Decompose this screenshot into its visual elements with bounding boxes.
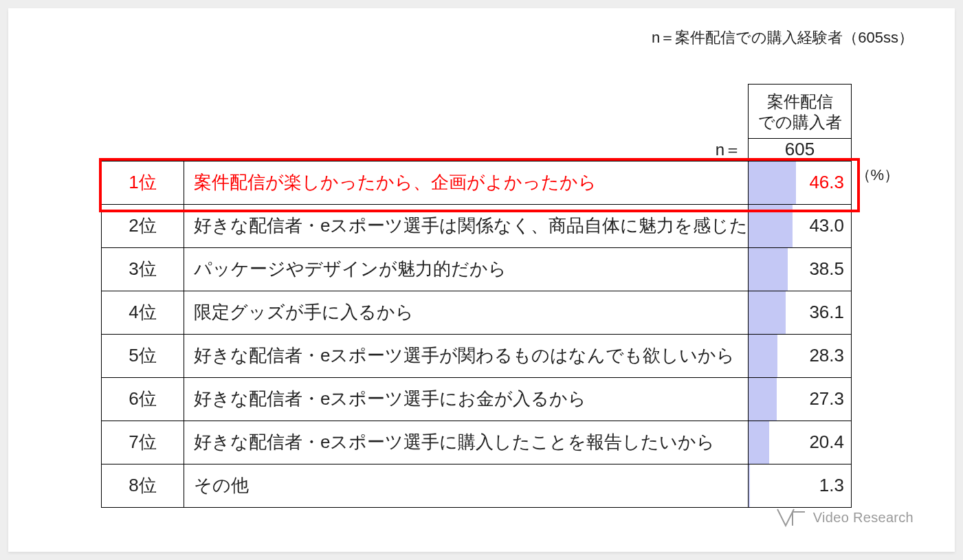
value-bar xyxy=(749,205,793,247)
value-cell: 28.3 xyxy=(749,334,852,377)
table-row: 1位案件配信が楽しかったから、企画がよかったから46.3 xyxy=(102,161,852,204)
rank-cell: 3位 xyxy=(102,247,184,291)
table-row: 2位好きな配信者・eスポーツ選手は関係なく、商品自体に魅力を感じたから43.0 xyxy=(102,204,852,247)
value-cell: 36.1 xyxy=(749,291,852,334)
value-bar xyxy=(749,248,788,291)
table-row: 8位その他1.3 xyxy=(102,464,852,507)
value-cell: 1.3 xyxy=(749,464,852,507)
value-text: 1.3 xyxy=(819,475,844,495)
table-row: 7位好きな配信者・eスポーツ選手に購入したことを報告したいから20.4 xyxy=(102,421,852,464)
rank-cell: 7位 xyxy=(102,421,184,464)
rank-cell: 6位 xyxy=(102,377,184,421)
ranking-table-wrap: 案件配信 での購入者 n＝ 605 1位案件配信が楽しかったから、企画がよかった… xyxy=(101,84,852,508)
value-text: 28.3 xyxy=(809,345,844,366)
value-text: 20.4 xyxy=(809,432,844,452)
rank-cell: 2位 xyxy=(102,204,184,247)
value-cell: 27.3 xyxy=(749,377,852,421)
rank-cell: 1位 xyxy=(102,161,184,204)
table-row: 3位パッケージやデザインが魅力的だから38.5 xyxy=(102,247,852,291)
value-bar xyxy=(749,291,786,334)
table-row: 6位好きな配信者・eスポーツ選手にお金が入るから27.3 xyxy=(102,377,852,421)
reason-cell: 好きな配信者・eスポーツ選手は関係なく、商品自体に魅力を感じたから xyxy=(184,204,749,247)
logo: Video Research xyxy=(776,508,914,527)
value-bar xyxy=(749,378,777,421)
value-cell: 38.5 xyxy=(749,247,852,291)
value-cell: 46.3 xyxy=(749,161,852,204)
logo-text: Video Research xyxy=(813,510,914,526)
value-bar xyxy=(749,335,777,377)
n-value: 605 xyxy=(749,139,852,161)
ranking-table: 案件配信 での購入者 n＝ 605 1位案件配信が楽しかったから、企画がよかった… xyxy=(101,84,852,508)
unit-label: （%） xyxy=(856,165,900,186)
value-cell: 43.0 xyxy=(749,204,852,247)
reason-cell: 限定グッズが手に入るから xyxy=(184,291,749,334)
reason-cell: その他 xyxy=(184,464,749,507)
value-bar xyxy=(749,161,796,204)
reason-cell: パッケージやデザインが魅力的だから xyxy=(184,247,749,291)
reason-cell: 好きな配信者・eスポーツ選手が関わるものはなんでも欲しいから xyxy=(184,334,749,377)
table-row: 5位好きな配信者・eスポーツ選手が関わるものはなんでも欲しいから28.3 xyxy=(102,334,852,377)
n-prefix: n＝ xyxy=(184,139,749,161)
value-text: 43.0 xyxy=(809,215,844,236)
value-bar xyxy=(749,464,750,507)
table-row: 4位限定グッズが手に入るから36.1 xyxy=(102,291,852,334)
sample-note: n＝案件配信での購入経験者（605ss） xyxy=(652,27,914,48)
column-header-l2: での購入者 xyxy=(758,113,842,131)
value-text: 36.1 xyxy=(809,302,844,322)
column-header: 案件配信 での購入者 xyxy=(749,85,852,139)
value-text: 46.3 xyxy=(809,172,844,192)
rank-cell: 4位 xyxy=(102,291,184,334)
column-header-l1: 案件配信 xyxy=(767,92,833,111)
reason-cell: 案件配信が楽しかったから、企画がよかったから xyxy=(184,161,749,204)
value-text: 38.5 xyxy=(809,258,844,279)
rank-cell: 8位 xyxy=(102,464,184,507)
reason-cell: 好きな配信者・eスポーツ選手にお金が入るから xyxy=(184,377,749,421)
value-cell: 20.4 xyxy=(749,421,852,464)
logo-icon xyxy=(776,508,806,527)
value-bar xyxy=(749,421,769,464)
value-text: 27.3 xyxy=(809,388,844,409)
rank-cell: 5位 xyxy=(102,334,184,377)
reason-cell: 好きな配信者・eスポーツ選手に購入したことを報告したいから xyxy=(184,421,749,464)
